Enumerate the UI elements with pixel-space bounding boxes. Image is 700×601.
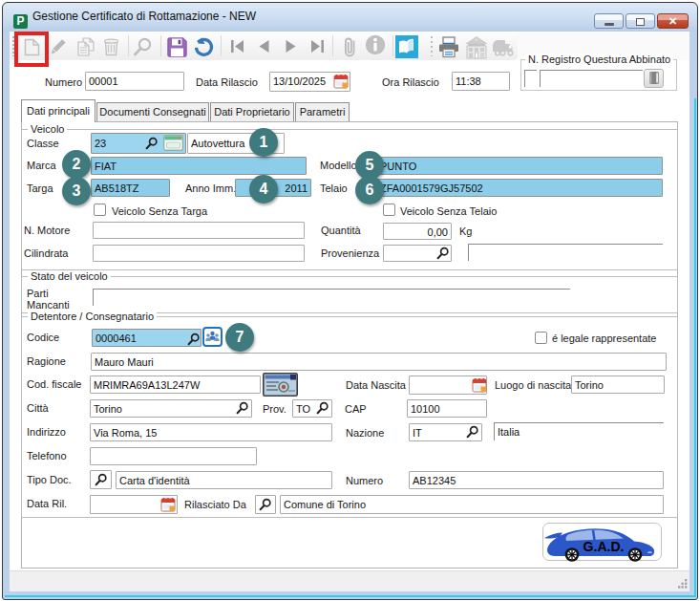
svg-text:G.A.D.: G.A.D.: [583, 539, 625, 554]
